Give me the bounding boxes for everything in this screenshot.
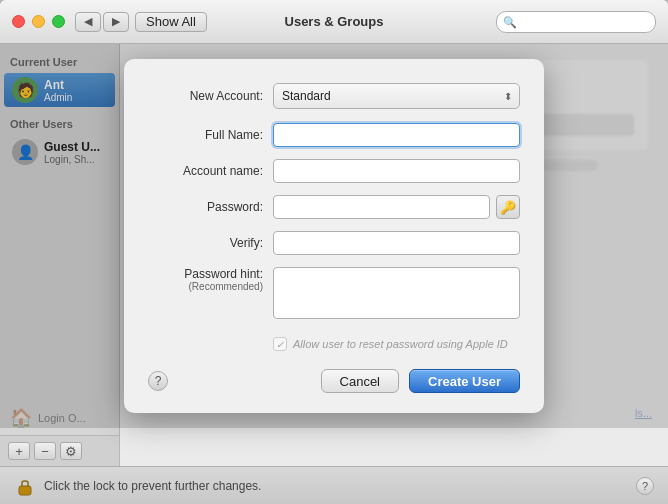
new-account-row: New Account: Standard Administrator ⬍ — [148, 83, 520, 109]
apple-id-checkbox-area: ✓ Allow user to reset password using App… — [273, 337, 508, 351]
lock-icon — [14, 475, 36, 497]
main-content: Current User 🧑 Ant Admin Other Users 👤 G… — [0, 44, 668, 466]
account-name-row: Account name: — [148, 159, 520, 183]
password-hint-input[interactable] — [273, 267, 520, 319]
apple-id-checkbox[interactable]: ✓ — [273, 337, 287, 351]
traffic-lights — [12, 15, 65, 28]
account-name-label: Account name: — [148, 164, 273, 178]
cancel-button[interactable]: Cancel — [321, 369, 399, 393]
modal-overlay: New Account: Standard Administrator ⬍ Fu… — [0, 44, 668, 428]
verify-label: Verify: — [148, 236, 273, 250]
account-type-wrapper: Standard Administrator ⬍ — [273, 83, 520, 109]
verify-input[interactable] — [273, 231, 520, 255]
close-button[interactable] — [12, 15, 25, 28]
dialog-buttons: Cancel Create User — [321, 369, 520, 393]
account-type-select[interactable]: Standard Administrator — [273, 83, 520, 109]
advanced-button[interactable]: ⚙ — [60, 442, 82, 460]
lock-text: Click the lock to prevent further change… — [44, 479, 628, 493]
add-user-button[interactable]: + — [8, 442, 30, 460]
full-name-row: Full Name: — [148, 123, 520, 147]
dialog-footer: ? Cancel Create User — [148, 369, 520, 393]
window-title: Users & Groups — [285, 14, 384, 29]
apple-id-area: ✓ Allow user to reset password using App… — [148, 331, 520, 351]
full-name-input[interactable] — [273, 123, 520, 147]
key-button[interactable]: 🔑 — [496, 195, 520, 219]
minimize-button[interactable] — [32, 15, 45, 28]
window: ◀ ▶ Show All Users & Groups 🔍 Current Us… — [0, 0, 668, 504]
password-input[interactable] — [273, 195, 490, 219]
account-name-input[interactable] — [273, 159, 520, 183]
password-hint-label: Password hint: (Recommended) — [148, 267, 273, 292]
password-hint-row: Password hint: (Recommended) — [148, 267, 520, 319]
remove-user-button[interactable]: − — [34, 442, 56, 460]
password-label: Password: — [148, 200, 273, 214]
new-account-label: New Account: — [148, 89, 273, 103]
titlebar: ◀ ▶ Show All Users & Groups 🔍 — [0, 0, 668, 44]
dialog: New Account: Standard Administrator ⬍ Fu… — [124, 59, 544, 413]
search-input[interactable] — [496, 11, 656, 33]
show-all-button[interactable]: Show All — [135, 12, 207, 32]
svg-rect-0 — [19, 486, 31, 495]
verify-row: Verify: — [148, 231, 520, 255]
nav-fwd-button[interactable]: ▶ — [103, 12, 129, 32]
nav-back-button[interactable]: ◀ — [75, 12, 101, 32]
password-row: Password: 🔑 — [148, 195, 520, 219]
maximize-button[interactable] — [52, 15, 65, 28]
sidebar-toolbar: + − ⚙ — [0, 435, 119, 466]
help-button-bottom[interactable]: ? — [636, 477, 654, 495]
create-user-button[interactable]: Create User — [409, 369, 520, 393]
bottom-bar: Click the lock to prevent further change… — [0, 466, 668, 504]
full-name-label: Full Name: — [148, 128, 273, 142]
nav-buttons: ◀ ▶ — [75, 12, 129, 32]
apple-id-text: Allow user to reset password using Apple… — [293, 338, 508, 350]
help-button[interactable]: ? — [148, 371, 168, 391]
recommended-label: (Recommended) — [189, 281, 263, 292]
